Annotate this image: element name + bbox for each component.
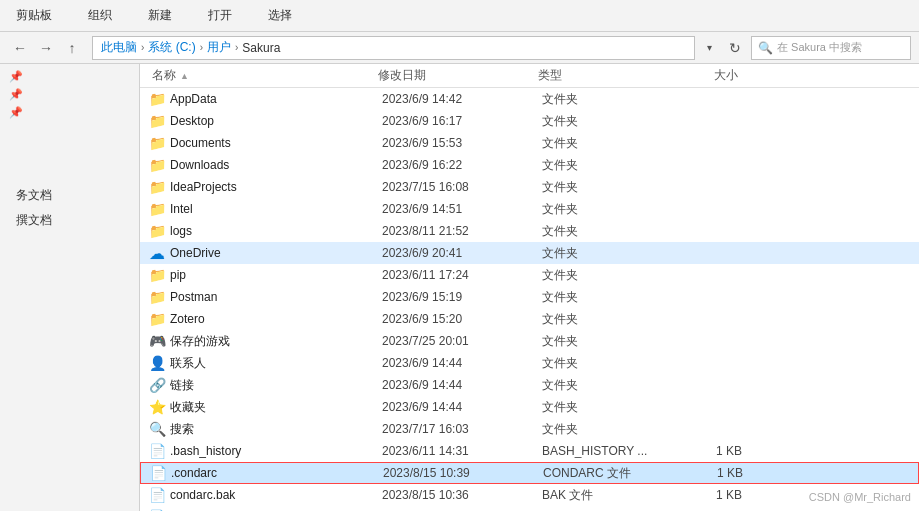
toolbar: 剪贴板 组织 新建 打开 选择 bbox=[0, 0, 919, 32]
file-date: 2023/6/9 14:44 bbox=[382, 378, 542, 392]
table-row[interactable]: 📄 .gitconfig 2023/6/11 14:30 GITCONFIG 文… bbox=[140, 506, 919, 511]
file-name: Desktop bbox=[170, 114, 382, 128]
table-row[interactable]: 📁 Downloads 2023/6/9 16:22 文件夹 bbox=[140, 154, 919, 176]
up-button[interactable]: ↑ bbox=[60, 36, 84, 60]
file-date: 2023/6/9 14:44 bbox=[382, 356, 542, 370]
refresh-button[interactable]: ↻ bbox=[723, 36, 747, 60]
pin-2[interactable]: 📌 bbox=[8, 86, 24, 102]
breadcrumb-sep-3: › bbox=[235, 42, 238, 53]
search-icon: 🔍 bbox=[758, 41, 773, 55]
pin-1[interactable]: 📌 bbox=[8, 68, 24, 84]
file-icon: 📁 bbox=[148, 178, 166, 196]
table-row[interactable]: ⭐ 收藏夹 2023/6/9 14:44 文件夹 bbox=[140, 396, 919, 418]
table-row[interactable]: 🔍 搜索 2023/7/17 16:03 文件夹 bbox=[140, 418, 919, 440]
sidebar: 📌 📌 📌 务文档 撰文档 bbox=[0, 64, 140, 511]
file-date: 2023/6/11 14:31 bbox=[382, 444, 542, 458]
file-date: 2023/7/25 20:01 bbox=[382, 334, 542, 348]
file-date: 2023/6/9 14:42 bbox=[382, 92, 542, 106]
file-type: 文件夹 bbox=[542, 355, 662, 372]
table-row[interactable]: 🔗 链接 2023/6/9 14:44 文件夹 bbox=[140, 374, 919, 396]
file-date: 2023/7/15 16:08 bbox=[382, 180, 542, 194]
file-name: Zotero bbox=[170, 312, 382, 326]
file-type: 文件夹 bbox=[542, 399, 662, 416]
file-date: 2023/6/11 17:24 bbox=[382, 268, 542, 282]
table-row[interactable]: 🎮 保存的游戏 2023/7/25 20:01 文件夹 bbox=[140, 330, 919, 352]
table-row[interactable]: 📁 Desktop 2023/6/9 16:17 文件夹 bbox=[140, 110, 919, 132]
nav-buttons: ← → ↑ bbox=[8, 36, 84, 60]
table-row[interactable]: 📁 IdeaProjects 2023/7/15 16:08 文件夹 bbox=[140, 176, 919, 198]
file-name: 联系人 bbox=[170, 355, 382, 372]
file-name: .bash_history bbox=[170, 444, 382, 458]
table-row[interactable]: 📁 logs 2023/8/11 21:52 文件夹 bbox=[140, 220, 919, 242]
table-row[interactable]: ☁ OneDrive 2023/6/9 20:41 文件夹 bbox=[140, 242, 919, 264]
file-name: 收藏夹 bbox=[170, 399, 382, 416]
file-type: 文件夹 bbox=[542, 179, 662, 196]
col-header-name[interactable]: 名称 ▲ bbox=[148, 67, 378, 84]
file-type: 文件夹 bbox=[542, 91, 662, 108]
file-name: 链接 bbox=[170, 377, 382, 394]
file-type: BASH_HISTORY ... bbox=[542, 444, 662, 458]
table-row[interactable]: 📁 Zotero 2023/6/9 15:20 文件夹 bbox=[140, 308, 919, 330]
file-size: 1 KB bbox=[662, 488, 742, 502]
file-type: 文件夹 bbox=[542, 201, 662, 218]
file-type: BAK 文件 bbox=[542, 487, 662, 504]
table-row[interactable]: 📁 AppData 2023/6/9 14:42 文件夹 bbox=[140, 88, 919, 110]
table-row[interactable]: 📁 pip 2023/6/11 17:24 文件夹 bbox=[140, 264, 919, 286]
col-header-type[interactable]: 类型 bbox=[538, 67, 658, 84]
breadcrumb-drive[interactable]: 系统 (C:) bbox=[148, 39, 195, 56]
file-date: 2023/6/9 14:44 bbox=[382, 400, 542, 414]
file-type: 文件夹 bbox=[542, 223, 662, 240]
sidebar-item-docs1[interactable]: 务文档 bbox=[0, 184, 139, 207]
toolbar-open[interactable]: 打开 bbox=[200, 3, 240, 28]
file-name: 搜索 bbox=[170, 421, 382, 438]
sidebar-label-docs2: 撰文档 bbox=[16, 212, 52, 229]
file-icon: 📁 bbox=[148, 200, 166, 218]
table-row[interactable]: 📁 Intel 2023/6/9 14:51 文件夹 bbox=[140, 198, 919, 220]
breadcrumb-users[interactable]: 用户 bbox=[207, 39, 231, 56]
column-header: 名称 ▲ 修改日期 类型 大小 bbox=[140, 64, 919, 88]
file-date: 2023/6/9 15:20 bbox=[382, 312, 542, 326]
file-icon: 📁 bbox=[148, 112, 166, 130]
table-row[interactable]: 📄 .condarc 2023/8/15 10:39 CONDARC 文件 1 … bbox=[140, 462, 919, 484]
breadcrumb[interactable]: 此电脑 › 系统 (C:) › 用户 › Sakura bbox=[92, 36, 695, 60]
back-button[interactable]: ← bbox=[8, 36, 32, 60]
pin-3[interactable]: 📌 bbox=[8, 104, 24, 120]
file-name: pip bbox=[170, 268, 382, 282]
file-date: 2023/6/9 15:53 bbox=[382, 136, 542, 150]
watermark: CSDN @Mr_Richard bbox=[809, 491, 911, 503]
file-name: Postman bbox=[170, 290, 382, 304]
file-date: 2023/6/9 14:51 bbox=[382, 202, 542, 216]
table-row[interactable]: 📁 Documents 2023/6/9 15:53 文件夹 bbox=[140, 132, 919, 154]
toolbar-select[interactable]: 选择 bbox=[260, 3, 300, 28]
file-icon: 📄 bbox=[148, 442, 166, 460]
breadcrumb-sep-1: › bbox=[141, 42, 144, 53]
file-name: .condarc bbox=[171, 466, 383, 480]
sidebar-item-docs2[interactable]: 撰文档 bbox=[0, 209, 139, 232]
file-icon: 📄 bbox=[148, 486, 166, 504]
toolbar-clipboard[interactable]: 剪贴板 bbox=[8, 3, 60, 28]
file-date: 2023/8/11 21:52 bbox=[382, 224, 542, 238]
file-icon: 👤 bbox=[148, 354, 166, 372]
toolbar-organize[interactable]: 组织 bbox=[80, 3, 120, 28]
address-dropdown[interactable]: ▾ bbox=[699, 36, 719, 60]
file-type: 文件夹 bbox=[542, 267, 662, 284]
col-header-date[interactable]: 修改日期 bbox=[378, 67, 538, 84]
table-row[interactable]: 📁 Postman 2023/6/9 15:19 文件夹 bbox=[140, 286, 919, 308]
file-icon: 📁 bbox=[148, 134, 166, 152]
file-list-container: 名称 ▲ 修改日期 类型 大小 📁 AppData 2023/6/9 14:42… bbox=[140, 64, 919, 511]
table-row[interactable]: 📄 .bash_history 2023/6/11 14:31 BASH_HIS… bbox=[140, 440, 919, 462]
forward-button[interactable]: → bbox=[34, 36, 58, 60]
table-row[interactable]: 📄 condarc.bak 2023/8/15 10:36 BAK 文件 1 K… bbox=[140, 484, 919, 506]
table-row[interactable]: 👤 联系人 2023/6/9 14:44 文件夹 bbox=[140, 352, 919, 374]
breadcrumb-computer[interactable]: 此电脑 bbox=[101, 39, 137, 56]
file-list: 📁 AppData 2023/6/9 14:42 文件夹 📁 Desktop 2… bbox=[140, 88, 919, 511]
file-icon: 📁 bbox=[148, 90, 166, 108]
col-header-size[interactable]: 大小 bbox=[658, 67, 738, 84]
search-box[interactable]: 🔍 在 Sakura 中搜索 bbox=[751, 36, 911, 60]
file-date: 2023/8/15 10:39 bbox=[383, 466, 543, 480]
file-type: 文件夹 bbox=[542, 245, 662, 262]
toolbar-new[interactable]: 新建 bbox=[140, 3, 180, 28]
file-icon: 🔍 bbox=[148, 420, 166, 438]
file-type: CONDARC 文件 bbox=[543, 465, 663, 482]
sort-arrow: ▲ bbox=[180, 71, 189, 81]
